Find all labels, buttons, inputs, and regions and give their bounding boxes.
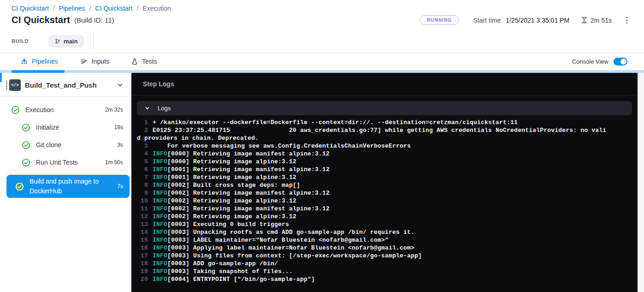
step-label: Build and push image to DockerHub: [30, 177, 103, 196]
log-line: 8INFO[0002] Built cross stage deps: map[…: [137, 181, 607, 189]
log-level-info: INFO: [153, 229, 167, 236]
execution-step-sidebar: </> Build_Test_and_Push Execution2m 32sI…: [0, 73, 131, 292]
breadcrumb-separator: /: [89, 5, 91, 12]
log-text: [0002] Retrieving image alpine:3.12: [167, 197, 296, 204]
log-line-number: 1: [137, 119, 148, 126]
success-check-icon: [22, 141, 30, 149]
log-line-number: 8: [137, 181, 148, 189]
log-line: 2E0125 23:37:25.481715 20 aws_credential…: [137, 126, 607, 142]
log-level-info: INFO: [153, 221, 167, 228]
log-level-info: INFO: [153, 190, 167, 197]
log-line: 3 For verbose messaging see aws.Config.C…: [137, 142, 607, 150]
step-execution[interactable]: Execution2m 32s: [0, 101, 131, 119]
log-line-number: 11: [137, 205, 148, 213]
code-stage-icon: </>: [9, 79, 21, 91]
log-text: [0003] Taking snapshot of files...: [167, 268, 293, 275]
log-line-number: 13: [137, 220, 148, 228]
breadcrumb-link-pipelines[interactable]: Pipelines: [59, 5, 85, 12]
tab-tests[interactable]: Tests: [131, 58, 157, 65]
execution-meta: RUNNING Start time 1/25/2021 3:35:01 PM …: [419, 15, 632, 25]
log-text: [0002] Retrieving image manifest alpine:…: [167, 205, 330, 212]
scrollbar-gutter[interactable]: [638, 73, 644, 292]
log-line-number: 19: [137, 268, 148, 275]
log-level-info: INFO: [153, 150, 167, 157]
breadcrumb-link-pipeline[interactable]: CI Quickstart: [95, 5, 133, 12]
log-level-info: INFO: [153, 268, 167, 275]
log-text: [0003] Applying label maintainer=Nofar B…: [167, 244, 414, 251]
step-label: Git clone: [36, 141, 61, 149]
elapsed-value: 2m 51s: [591, 17, 612, 24]
logs-section-label: Logs: [158, 105, 171, 112]
log-level-info: INFO: [153, 213, 167, 220]
log-line-number: 14: [137, 228, 148, 236]
log-line: 11INFO[0002] Retrieving image manifest a…: [137, 205, 607, 213]
log-line: 7INFO[0001] Retrieving image alpine:3.12: [137, 173, 607, 181]
log-text: [0003] Using files from context: [/step-…: [167, 252, 422, 259]
tab-bar: Pipelines Inputs Tests Console View: [0, 52, 644, 70]
success-check-icon: [22, 123, 30, 132]
logs-section-toggle[interactable]: Logs: [137, 101, 632, 115]
log-text: E0125 23:37:25.481715 20 aws_credentials…: [137, 127, 606, 142]
page-title: CI Quickstart: [12, 15, 70, 25]
step-git-clone[interactable]: Git clone3s: [0, 136, 131, 154]
chevron-down-icon: [145, 106, 150, 111]
log-line: 15INFO[0003] LABEL maintainer="Nofar Blu…: [137, 236, 607, 244]
elapsed-time: 2m 51s: [581, 17, 612, 24]
log-text: For verbose messaging see aws.Config.Cre…: [153, 143, 411, 149]
step-duration: 19s: [114, 124, 123, 131]
left-accent-bar: [0, 73, 2, 82]
stage-header[interactable]: </> Build_Test_and_Push: [0, 73, 131, 96]
log-line: 16INFO[0003] Applying label maintainer=N…: [137, 244, 607, 252]
step-duration: 1m 50s: [105, 159, 123, 166]
log-text: [0003] Executing 0 build triggers: [167, 221, 289, 228]
log-text: + /kaniko/executor --dockerfile=Dockerfi…: [153, 119, 518, 126]
log-level-info: INFO: [153, 252, 167, 259]
log-output[interactable]: 1+ /kaniko/executor --dockerfile=Dockerf…: [131, 115, 638, 283]
log-text: [0003] Unpacking rootfs as cmd ADD go-sa…: [167, 229, 414, 236]
log-line: 17INFO[0003] Using files from context: […: [137, 252, 607, 260]
log-text: [0000] Retrieving image manifest alpine:…: [167, 150, 330, 157]
log-line: 20INFO[0004] ENTRYPOINT ["/bin/go-sample…: [137, 275, 607, 283]
log-line-number: 7: [137, 173, 148, 181]
log-line-number: 15: [137, 236, 148, 244]
log-line: 14INFO[0003] Unpacking rootfs as cmd ADD…: [137, 228, 607, 236]
console-view-toggle[interactable]: [614, 58, 627, 66]
stage-name: Build_Test_and_Push: [25, 81, 97, 89]
tab-label: Tests: [142, 58, 157, 65]
tests-icon: [131, 58, 138, 65]
step-duration: 7s: [117, 183, 123, 190]
log-line-number: 12: [137, 213, 148, 220]
success-check-icon: [11, 106, 20, 114]
status-badge: RUNNING: [419, 15, 459, 25]
pipeline-execution-page: CI Quickstart / Pipelines / CI Quickstar…: [0, 0, 644, 292]
step-duration: 2m 32s: [105, 107, 123, 113]
inputs-icon: [80, 58, 88, 65]
log-line-number: 20: [137, 275, 148, 283]
step-label: Execution: [25, 106, 53, 113]
log-line-number: 5: [137, 158, 148, 166]
step-build-and-push-image-to-dockerhub[interactable]: Build and push image to DockerHub7s: [6, 175, 130, 198]
tab-inputs[interactable]: Inputs: [80, 58, 109, 65]
tab-pipelines[interactable]: Pipelines: [21, 58, 58, 65]
log-line: 10INFO[0002] Retrieving image alpine:3.1…: [137, 197, 607, 205]
build-row: BUILD main: [12, 30, 632, 52]
tab-label: Pipelines: [32, 58, 58, 65]
toggle-knob: [620, 59, 626, 65]
log-level-info: INFO: [153, 237, 167, 244]
tab-label: Inputs: [92, 58, 109, 65]
log-line-number: 18: [137, 260, 148, 268]
step-duration: 3s: [117, 142, 123, 148]
log-level-info: INFO: [153, 276, 167, 283]
log-line-number: 4: [137, 150, 148, 158]
step-run-unit-tests[interactable]: Run Unit Tests1m 50s: [0, 154, 131, 171]
step-logs-panel: Step Logs Logs 1+ /kaniko/executor --doc…: [131, 73, 638, 292]
step-logs-header: Step Logs: [131, 73, 638, 95]
log-text: [0003] LABEL maintainer="Nofar Bluestein…: [167, 237, 389, 244]
branch-pill[interactable]: main: [48, 35, 84, 48]
breadcrumb-link-project[interactable]: CI Quickstart: [12, 5, 49, 12]
branch-name: main: [64, 38, 77, 45]
step-label: Initialize: [36, 124, 59, 131]
more-options-button[interactable]: ⋮: [621, 16, 632, 24]
log-line: 1+ /kaniko/executor --dockerfile=Dockerf…: [137, 119, 607, 126]
step-initialize[interactable]: Initialize19s: [0, 119, 131, 136]
